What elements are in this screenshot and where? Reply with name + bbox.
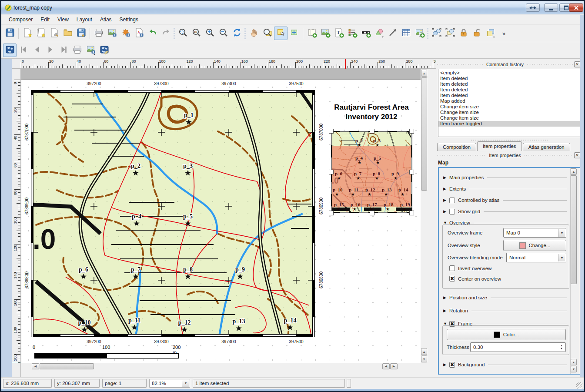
tab-atlas-generation[interactable]: Atlas generation <box>523 143 570 151</box>
lock-items-button[interactable] <box>457 27 470 40</box>
scroll-up-arrow2[interactable]: ▲ <box>421 348 427 355</box>
atlas-last-button[interactable] <box>57 44 70 57</box>
scroll-up-arrow2[interactable]: ▲ <box>571 359 577 365</box>
scroll-right-arrow[interactable]: ▶ <box>390 363 398 369</box>
selection-handle[interactable] <box>329 211 334 215</box>
atlas-export-button[interactable] <box>84 44 97 57</box>
history-item[interactable]: Item frame toggled <box>438 121 580 127</box>
composition-title[interactable]: Rautjarvi Forest Area Inventory 2012 <box>306 103 428 122</box>
selection-handle[interactable] <box>370 129 374 134</box>
command-history-list[interactable]: <empty>Item deletedItem deletedItem dele… <box>438 69 581 137</box>
invert-overview-checkbox[interactable] <box>449 265 455 271</box>
center-on-overview-row[interactable]: ✖ Center on overview <box>449 276 501 281</box>
history-item[interactable]: Change item size <box>438 104 580 110</box>
properties-scrollbar[interactable]: ▲ ▲ ▼ <box>570 168 577 374</box>
history-item[interactable]: Change item size <box>438 115 580 121</box>
unlock-items-button[interactable] <box>470 27 484 40</box>
raise-items-button[interactable] <box>484 27 497 40</box>
scroll-left-arrow[interactable]: ◀ <box>32 363 39 369</box>
add-arrow-button[interactable] <box>386 27 399 40</box>
atlas-print-button[interactable] <box>70 44 84 57</box>
controlled-by-atlas-checkbox[interactable] <box>449 198 455 203</box>
add-label-button[interactable]: T <box>332 27 345 40</box>
selection-handle[interactable] <box>370 211 374 215</box>
section-background[interactable]: ▶ ✖ Background <box>443 360 567 369</box>
menu-atlas[interactable]: Atlas <box>96 15 116 24</box>
zoom-region-button[interactable] <box>261 27 274 40</box>
minimize-button[interactable] <box>544 3 558 12</box>
print-button[interactable] <box>92 27 105 40</box>
scroll-thumb[interactable] <box>421 77 427 191</box>
close-icon[interactable]: ✕ <box>574 61 580 67</box>
add-scalebar-button[interactable] <box>359 27 372 40</box>
map-item[interactable]: .0 p_1p_2p_3p_4p_5p_6p_7p_8p_9p_10p_11p_… <box>31 90 315 337</box>
history-item[interactable]: <empty> <box>438 70 580 76</box>
toolbar-overflow-button[interactable]: » <box>497 27 511 40</box>
atlas-prev-button[interactable] <box>30 44 43 57</box>
toolbar-grip[interactable] <box>244 28 247 39</box>
resize-button[interactable] <box>526 3 540 12</box>
scroll-left-arrow2[interactable]: ◀ <box>382 363 390 369</box>
invert-overview-row[interactable]: Invert overview <box>449 265 491 271</box>
ungroup-items-button[interactable] <box>443 27 457 40</box>
pan-button[interactable] <box>247 27 261 40</box>
menu-layout[interactable]: Layout <box>73 15 96 24</box>
canvas-horizontal-scrollbar[interactable]: ◀ ◀ ▶ <box>21 363 428 370</box>
overview-blend-select[interactable]: Normal ▼ <box>506 253 566 262</box>
add-map-button[interactable] <box>305 27 318 40</box>
redo-button[interactable] <box>159 27 173 40</box>
selection-handle[interactable] <box>329 170 334 174</box>
scroll-up-arrow[interactable]: ▲ <box>571 168 577 175</box>
atlas-next-button[interactable] <box>43 44 57 57</box>
menu-settings[interactable]: Settings <box>116 15 142 24</box>
atlas-first-button[interactable] <box>17 44 30 57</box>
composer-canvas[interactable]: .0 p_1p_2p_3p_4p_5p_6p_7p_8p_9p_10p_11p_… <box>21 69 428 370</box>
export-image-button[interactable] <box>105 27 119 40</box>
overview-map-item[interactable]: p_2★p_3★p_4★p_5★p_6★p_7★p_8★p_9★p_10★p_1… <box>331 131 412 213</box>
tab-composition[interactable]: Composition <box>437 143 476 151</box>
history-item[interactable]: Map added <box>438 98 580 104</box>
window-resize-grip[interactable] <box>576 382 582 389</box>
close-button[interactable] <box>569 3 583 12</box>
zoom-out-button[interactable] <box>217 27 230 40</box>
composer-manager-button[interactable] <box>47 27 61 40</box>
zoom-in-button[interactable] <box>203 27 217 40</box>
selection-handle[interactable] <box>409 211 414 215</box>
zoom-actual-button[interactable]: 1:1 <box>190 27 203 40</box>
atlas-preview-button[interactable] <box>3 44 17 57</box>
close-icon[interactable]: ✕ <box>574 152 580 158</box>
add-html-button[interactable]: </> <box>413 27 426 40</box>
menu-composer[interactable]: Composer <box>5 15 37 24</box>
tab-item-properties[interactable]: Item properties <box>477 141 522 151</box>
show-grid-checkbox[interactable] <box>449 209 455 214</box>
section-position-and-size[interactable]: ▶ Position and size <box>443 293 567 302</box>
overview-style-change-button[interactable]: Change... <box>503 240 566 251</box>
add-table-button[interactable] <box>399 27 413 40</box>
history-item[interactable]: Item deleted <box>438 93 580 98</box>
export-svg-button[interactable] <box>119 27 132 40</box>
section-rotation[interactable]: ▶ Rotation <box>443 306 567 315</box>
spinner-arrows-icon[interactable]: ▲▼ <box>558 343 565 352</box>
selection-handle[interactable] <box>409 129 414 134</box>
duplicate-composer-button[interactable] <box>34 27 47 40</box>
group-items-button[interactable] <box>430 27 443 40</box>
history-item[interactable]: Item deleted <box>438 81 580 87</box>
new-composer-button[interactable] <box>20 27 34 40</box>
thickness-spinbox[interactable]: 0.30 ▲▼ <box>470 342 566 352</box>
refresh-button[interactable] <box>230 27 244 40</box>
scroll-down-arrow[interactable]: ▼ <box>421 355 427 362</box>
composition-page[interactable]: .0 p_1p_2p_3p_4p_5p_6p_7p_8p_9p_10p_11p_… <box>21 80 425 364</box>
open-button[interactable] <box>61 27 74 40</box>
center-on-overview-checkbox[interactable]: ✖ <box>449 276 455 281</box>
selection-handle[interactable] <box>329 129 334 134</box>
add-shape-button[interactable] <box>372 27 386 40</box>
toolbar-grip[interactable] <box>173 28 176 39</box>
frame-color-button[interactable]: Color... <box>447 329 566 340</box>
canvas-vertical-scrollbar[interactable]: ▲ ▲ ▼ <box>421 69 428 363</box>
add-image-button[interactable] <box>318 27 332 40</box>
save-button[interactable] <box>3 27 17 40</box>
toolbar-grip[interactable] <box>426 28 430 39</box>
atlas-settings-button[interactable] <box>97 44 111 57</box>
menu-edit[interactable]: Edit <box>37 15 53 24</box>
select-move-item-button[interactable] <box>274 27 287 40</box>
